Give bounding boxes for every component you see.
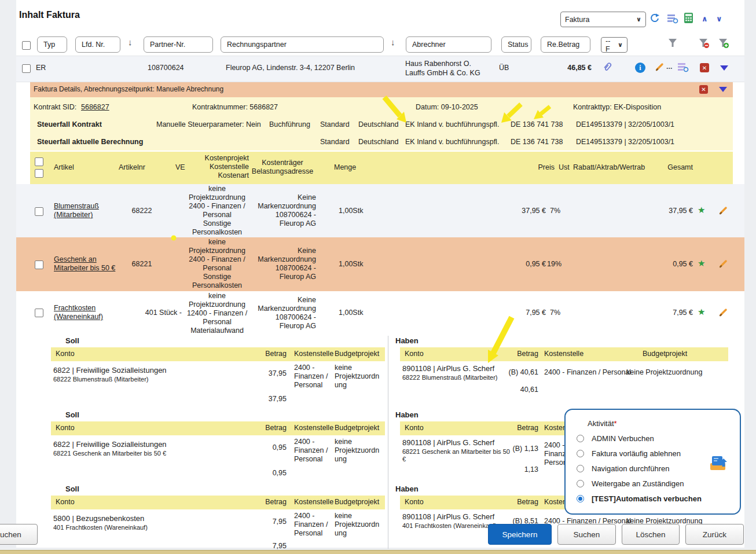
- collapse-up-icon[interactable]: ∧: [702, 14, 708, 23]
- submit-outbox-icon[interactable]: [709, 453, 728, 472]
- invoice-status: ÜB: [499, 64, 509, 72]
- article-row-2-checkbox[interactable]: [35, 261, 43, 269]
- article-row-1-traeger: Keine Markenzuordnung 108700624 - Fleuro…: [248, 193, 316, 228]
- expand-triangle-icon[interactable]: [720, 65, 728, 71]
- soll2-betrag: 0,95: [240, 443, 287, 452]
- star-icon-row-2[interactable]: ★: [698, 259, 705, 267]
- paperclip-icon[interactable]: [602, 61, 612, 73]
- activity-title-text: Aktivität: [588, 419, 614, 428]
- filter-funnel-icon[interactable]: [667, 38, 678, 48]
- invoice-partner-nr: 108700624: [148, 64, 184, 72]
- soll2-kostenstelle: 2400 - Finanzen / Personal: [294, 438, 332, 464]
- view-select[interactable]: Faktura ∨: [560, 12, 646, 27]
- filter-status-label: Status: [508, 41, 528, 49]
- article-header-checkbox-1[interactable]: [35, 157, 43, 166]
- buchfuehrung: Buchführung: [269, 120, 310, 129]
- article-row-3-traeger: Keine Markenzuordnung 108700624 - Fleuro…: [248, 296, 316, 331]
- soll1-h-betrag: Betrag: [240, 350, 287, 358]
- sort-descending-icon-2[interactable]: ↓: [391, 38, 395, 46]
- soll3-konto: 5800 | Bezugsnebenkosten: [53, 514, 144, 523]
- chevron-down-icon: ∨: [618, 41, 623, 49]
- article-row-1-menge: 1,00Stk: [339, 207, 363, 215]
- article-row-3-checkbox[interactable]: [35, 309, 43, 317]
- steuerfall-berechnung-label: Steuerfall aktuelle Berechnung: [37, 138, 143, 146]
- filter-lfd-nr[interactable]: Lfd. Nr.: [75, 36, 120, 53]
- article-row-3-preis: 7,95 €: [500, 309, 546, 317]
- col-ust: Ust: [559, 163, 570, 172]
- article-row-3-name-link[interactable]: Frachtkosten (Wareneinkauf): [54, 304, 103, 321]
- radio-navigation[interactable]: [577, 465, 584, 472]
- details-delete-icon[interactable]: ✕: [699, 85, 708, 94]
- zurueck-button-label: Zurück: [703, 530, 726, 539]
- steuerfall2-ustid: DE 136 741 738: [511, 138, 563, 146]
- radio-admin-verbuchen-label[interactable]: ADMIN Verbuchen: [592, 434, 654, 443]
- star-icon-row-1[interactable]: ★: [698, 206, 705, 214]
- calculator-icon[interactable]: [684, 12, 693, 24]
- edit-pencil-icon[interactable]: [655, 62, 665, 72]
- collapse-down-icon[interactable]: ∨: [716, 14, 722, 23]
- kontrakt-sid-link[interactable]: 5686827: [81, 103, 109, 112]
- list-export-icon[interactable]: [667, 13, 678, 24]
- radio-weitergabe[interactable]: [577, 480, 584, 487]
- edit-pencil-icon-row-2[interactable]: [718, 259, 728, 269]
- filter-partner-nr[interactable]: Partner-Nr.: [144, 36, 213, 53]
- article-row-1-name-link[interactable]: Blumenstrauß (Mitarbeiter): [54, 202, 99, 219]
- loeschen-button[interactable]: Löschen: [622, 524, 680, 545]
- article-row-2-name-link[interactable]: Geschenk an Mitarbeiter bis 50 €: [54, 255, 115, 273]
- star-icon-row-3[interactable]: ★: [698, 307, 705, 316]
- filter-add-icon[interactable]: [718, 38, 729, 49]
- filter-remove-icon[interactable]: [698, 38, 710, 49]
- sort-descending-icon[interactable]: ↓: [128, 38, 133, 46]
- edit-pencil-icon-row-1[interactable]: [718, 206, 728, 215]
- col-rabatt: Rabatt/Aktrab/Wertrab: [573, 163, 645, 172]
- filter-re-betrag[interactable]: Re.Betrag: [541, 36, 590, 53]
- article-row-2-gesamt: 0,95 €: [647, 260, 693, 269]
- radio-test-automatisch-label[interactable]: [TEST]Automatisch verbuchen: [592, 494, 702, 503]
- radio-navigation-label[interactable]: Navigation durchführen: [592, 464, 669, 473]
- refresh-icon[interactable]: [649, 13, 660, 24]
- filter-partner-nr-label: Partner-Nr.: [150, 41, 185, 49]
- bottom-scroll-strip[interactable]: [0, 550, 756, 554]
- invoice-abrechner: Haus Rabenhorst O. Lauffs GmbH & Co. KG: [405, 59, 480, 78]
- filter-status[interactable]: Status: [501, 36, 531, 53]
- haben2-betrag: (B) 1,13: [491, 445, 538, 453]
- radio-faktura-ablehnen-label[interactable]: Faktura vorläufig ablehnen: [592, 449, 681, 458]
- article-row-1-nr: 68222: [119, 207, 165, 215]
- select-all-checkbox[interactable]: [22, 41, 31, 50]
- steuerfall1-ustid: DE 136 741 738: [511, 120, 563, 129]
- info-icon[interactable]: i: [635, 63, 645, 73]
- filter-abrechner[interactable]: Abrechner: [406, 36, 491, 53]
- radio-test-automatisch[interactable]: [577, 495, 584, 502]
- invoice-row-checkbox[interactable]: [22, 64, 31, 73]
- filter-typ[interactable]: Typ: [37, 36, 67, 53]
- article-row-1-checkbox[interactable]: [35, 207, 43, 216]
- article-row-3-ust: 7%: [550, 309, 560, 317]
- speichern-button[interactable]: Speichern: [488, 524, 552, 545]
- article-header-checkbox-2[interactable]: [35, 169, 43, 178]
- invoice-betrag: 46,85 €: [545, 64, 592, 72]
- radio-faktura-ablehnen[interactable]: [577, 450, 584, 457]
- suchen-button[interactable]: Suchen: [557, 524, 616, 545]
- details-collapse-icon[interactable]: [719, 87, 727, 92]
- soll2-h-konto: Konto: [56, 424, 75, 432]
- haben2-total: 1,13: [491, 465, 538, 474]
- haben2-h-konto: Konto: [405, 424, 424, 432]
- cutoff-button[interactable]: uchen: [0, 524, 38, 545]
- article-row-1-kosten: keine Projektzuordnung 2400 - Finanzen /…: [184, 185, 250, 237]
- filter-extra-select[interactable]: -- F ∨: [601, 37, 627, 53]
- edit-pencil-icon-row-3[interactable]: [718, 307, 728, 317]
- soll3-h-kostenstelle: Kostenstelle: [294, 498, 333, 507]
- radio-weitergabe-label[interactable]: Weitergabe an Zuständigen: [592, 479, 684, 488]
- soll1-h-budget: Budgetprojekt: [335, 350, 379, 358]
- filter-rechnungspartner[interactable]: Rechnungspartner: [221, 36, 384, 53]
- filter-re-betrag-label: Re.Betrag: [547, 41, 579, 49]
- steuerfall-kontrakt-label: Steuerfall Kontrakt: [37, 120, 102, 129]
- more-actions-ellipsis[interactable]: ...: [666, 63, 672, 71]
- zurueck-button[interactable]: Zurück: [685, 524, 744, 545]
- radio-admin-verbuchen[interactable]: [577, 435, 584, 442]
- soll1-konto-sub: 68222 Blumenstrauß (Mitarbeiter): [53, 376, 148, 383]
- list-export-icon-row[interactable]: [677, 62, 689, 72]
- soll-label-3: Soll: [65, 485, 79, 493]
- soll3-total: 7,95: [240, 542, 287, 551]
- delete-trash-icon[interactable]: ✕: [700, 63, 709, 72]
